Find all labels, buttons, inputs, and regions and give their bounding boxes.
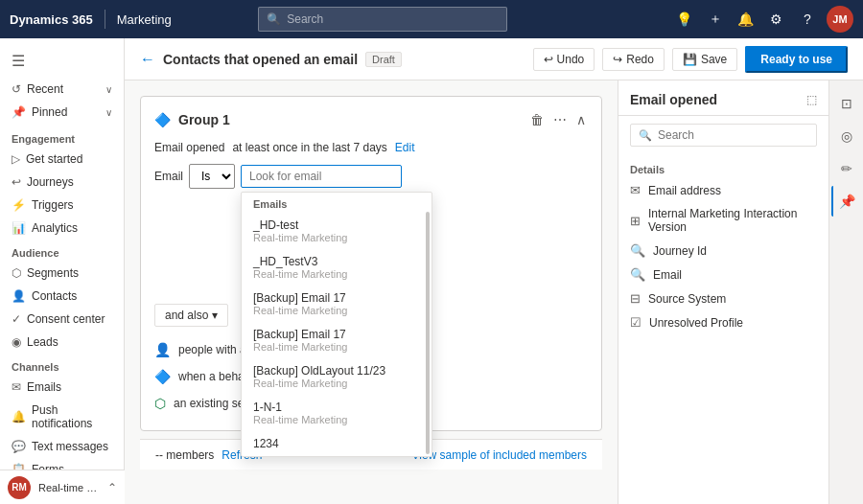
dropdown-item-sub-4: Real-time Marketing [253, 378, 420, 389]
sidebar-triggers-label: Triggers [32, 198, 74, 212]
search-input[interactable] [287, 12, 499, 26]
view-sample-link[interactable]: View sample of included members [411, 448, 587, 462]
plus-icon[interactable]: ＋ [704, 8, 727, 31]
save-button[interactable]: 💾 Save [672, 48, 737, 71]
save-icon: 💾 [683, 53, 697, 66]
collapse-button[interactable]: ∧ [574, 110, 588, 129]
email-address-icon: ✉ [630, 183, 641, 197]
sidebar-item-triggers[interactable]: ⚡ Triggers [0, 194, 124, 217]
sidebar-item-get-started[interactable]: ▷ Get started [0, 148, 124, 171]
side-icon-3[interactable]: ✏ [831, 153, 862, 184]
email-label: Email [653, 268, 682, 282]
dropdown-item-6[interactable]: 1234 [242, 431, 432, 456]
interaction-label: Internal Marketing Interaction Version [648, 207, 817, 234]
global-search[interactable]: 🔍 [258, 7, 507, 32]
and-also-arrow: ▾ [212, 309, 218, 322]
email-dropdown-menu: Emails _HD-test Real-time Marketing _HD_… [241, 192, 432, 457]
panel-item-interaction-version[interactable]: ⊞ Internal Marketing Interaction Version [630, 202, 817, 239]
condition-label: Email opened [154, 141, 224, 154]
sidebar-item-recent[interactable]: ↺ Recent ∨ [0, 78, 124, 101]
page-toolbar: ← Contacts that opened an email Draft ↩ … [125, 38, 863, 80]
filter-operator[interactable]: Is [189, 164, 235, 189]
bottom-arrow-icon[interactable]: ⌃ [107, 481, 117, 494]
sidebar-item-segments[interactable]: ⬡ Segments [0, 262, 124, 285]
delete-button[interactable]: 🗑 [528, 110, 546, 129]
interaction-icon: ⊞ [630, 214, 641, 228]
filter-row: Email Is Emails _HD-test Real-tim [154, 164, 588, 189]
sidebar-pinned-label: Pinned [32, 105, 67, 119]
sidebar-item-consent[interactable]: ✓ Consent center [0, 308, 124, 331]
and-also-button[interactable]: and also ▾ [154, 304, 228, 327]
lightbulb-icon[interactable]: 💡 [673, 8, 696, 31]
side-icon-4[interactable]: 📌 [831, 186, 862, 217]
more-button[interactable]: ⋯ [551, 110, 569, 129]
analytics-icon: 📊 [12, 221, 26, 235]
attribute-icon: 👤 [154, 342, 171, 357]
expand-icon[interactable]: ⬚ [806, 93, 817, 106]
back-button[interactable]: ← [140, 51, 155, 68]
dropdown-section-label: Emails [242, 193, 432, 213]
dropdown-item-name-3: [Backup] Email 17 [253, 328, 420, 341]
sidebar-item-push[interactable]: 🔔 Push notifications [0, 399, 124, 435]
sidebar-journeys-label: Journeys [27, 175, 74, 189]
right-panel: Email opened ⬚ 🔍 Details ✉ Email address… [618, 80, 828, 504]
bell-icon[interactable]: 🔔 [735, 8, 758, 31]
sidebar-item-analytics[interactable]: 📊 Analytics [0, 217, 124, 240]
panel-item-email[interactable]: 🔍 Email [630, 263, 817, 286]
source-icon: ⊟ [630, 291, 641, 306]
dropdown-item-1[interactable]: _HD_TestV3 Real-time Marketing [242, 249, 432, 286]
sidebar-analytics-label: Analytics [32, 221, 78, 235]
dropdown-item-3[interactable]: [Backup] Email 17 Real-time Marketing [242, 322, 432, 358]
and-also-label: and also [165, 309, 208, 322]
dropdown-item-2[interactable]: [Backup] Email 17 Real-time Marketing [242, 286, 432, 322]
behavior-icon: 🔷 [154, 369, 171, 384]
triggers-icon: ⚡ [12, 198, 26, 212]
email-filter-input[interactable] [241, 165, 402, 188]
dropdown-scrollbar[interactable] [426, 212, 430, 454]
dropdown-item-0[interactable]: _HD-test Real-time Marketing [242, 213, 432, 249]
settings-icon[interactable]: ⚙ [765, 8, 788, 31]
sidebar-item-pinned[interactable]: 📌 Pinned ∨ [0, 101, 124, 124]
sidebar: ☰ ↺ Recent ∨ 📌 Pinned ∨ Engagement ▷ Get… [0, 38, 125, 504]
edit-link[interactable]: Edit [395, 141, 415, 154]
side-icon-1[interactable]: ⊡ [831, 88, 862, 119]
dropdown-item-4[interactable]: [Backup] OldLayout 11/23 Real-time Marke… [242, 358, 432, 395]
panel-item-unresolved-profile[interactable]: ☑ Unresolved Profile [630, 310, 817, 334]
panel-item-email-address[interactable]: ✉ Email address [630, 178, 817, 202]
journeys-icon: ↩ [12, 175, 21, 189]
emails-icon: ✉ [12, 380, 21, 394]
dropdown-item-5[interactable]: 1-N-1 Real-time Marketing [242, 395, 432, 431]
sidebar-item-emails[interactable]: ✉ Emails [0, 376, 124, 399]
panel-item-source-system[interactable]: ⊟ Source System [630, 286, 817, 310]
redo-button[interactable]: ↪ Redo [602, 48, 665, 71]
panel-search-input[interactable] [658, 128, 808, 142]
right-panel-details-section: Details ✉ Email address ⊞ Internal Marke… [618, 154, 828, 338]
panel-item-journey-id[interactable]: 🔍 Journey Id [630, 239, 817, 263]
nav-divider [105, 10, 105, 29]
undo-button[interactable]: ↩ Undo [533, 48, 595, 71]
ready-button[interactable]: Ready to use [745, 46, 848, 73]
unresolved-icon: ☑ [630, 315, 641, 330]
sidebar-item-text[interactable]: 💬 Text messages [0, 435, 124, 458]
pin-icon: 📌 [12, 105, 26, 119]
segment-icon: ⬡ [154, 396, 166, 411]
condition-row: Email opened at least once in the last 7… [154, 141, 588, 154]
bottom-avatar: RM [8, 476, 31, 499]
hamburger-menu[interactable]: ☰ [0, 46, 124, 76]
segments-icon: ⬡ [12, 266, 21, 280]
journey-label: Journey Id [653, 244, 707, 258]
dropdown-item-sub-0: Real-time Marketing [253, 232, 420, 243]
contacts-icon: 👤 [12, 289, 26, 303]
sidebar-emails-label: Emails [27, 380, 61, 394]
text-icon: 💬 [12, 440, 26, 453]
help-icon[interactable]: ? [796, 8, 819, 31]
sidebar-item-leads[interactable]: ◉ Leads [0, 331, 124, 354]
sidebar-item-contacts[interactable]: 👤 Contacts [0, 285, 124, 308]
members-count: -- members [155, 448, 214, 462]
user-avatar[interactable]: JM [827, 6, 853, 33]
canvas-area: 🔷 Group 1 🗑 ⋯ ∧ Email opened at least on… [125, 80, 618, 504]
dropdown-item-sub-2: Real-time Marketing [253, 305, 420, 316]
sidebar-item-journeys[interactable]: ↩ Journeys [0, 171, 124, 194]
side-icon-2[interactable]: ◎ [831, 121, 862, 151]
right-panel-search[interactable]: 🔍 [630, 124, 817, 147]
